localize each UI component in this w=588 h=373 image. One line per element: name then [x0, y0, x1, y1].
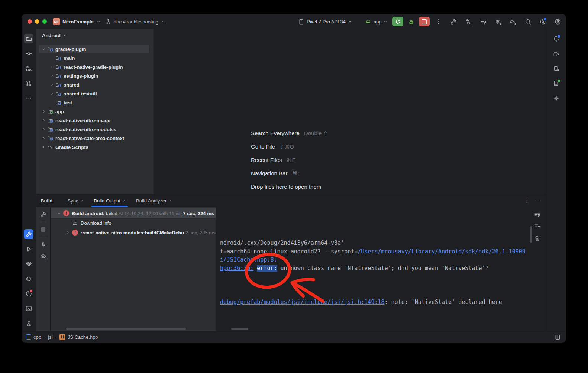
chevron-right-icon[interactable] [41, 109, 47, 114]
options-kebab-icon[interactable]: ⋮ [524, 196, 530, 205]
running-devices-icon[interactable] [552, 78, 561, 88]
stop-button[interactable] [419, 17, 430, 26]
stop-disabled-icon[interactable] [38, 225, 48, 234]
chevron-right-icon[interactable] [65, 230, 72, 235]
rerun-build-hammer-icon[interactable] [38, 210, 48, 219]
tree-item-label: Gradle Scripts [55, 145, 88, 150]
terminal-icon[interactable] [24, 304, 33, 313]
problems-icon[interactable] [24, 289, 33, 298]
console-link[interactable]: debug/prefab/modules/jsi/include/jsi/jsi… [220, 299, 385, 305]
close-tab-icon[interactable]: × [169, 198, 172, 203]
gemini-sparkle-icon[interactable] [552, 93, 561, 103]
profile-icon[interactable] [553, 17, 562, 26]
console-line: ndroid/.cxx/Debug/2nd4i3y6/arm64-v8a' [220, 239, 528, 247]
rerun-button[interactable] [392, 17, 403, 26]
build-hammer-icon[interactable] [449, 17, 458, 26]
soft-wrap-icon[interactable] [532, 210, 542, 219]
search-icon[interactable] [523, 17, 533, 26]
horizontal-scrollbar[interactable] [66, 328, 186, 330]
console-link[interactable]: hpp:36:36: [220, 265, 253, 272]
run-config-selector[interactable]: app [364, 17, 388, 26]
horizontal-scrollbar[interactable] [231, 328, 248, 330]
notifications-bell-icon[interactable] [552, 34, 561, 43]
chevron-right-icon[interactable] [41, 127, 47, 132]
build-tree-row[interactable]: Download info [51, 218, 216, 228]
device-selector[interactable]: Pixel 7 Pro API 34 [297, 17, 353, 26]
run-play-icon[interactable] [24, 244, 33, 254]
console-line: t=aarch64-none-linux-android23 --sysroot… [220, 247, 528, 256]
version-control-icon[interactable] [24, 318, 33, 328]
device-name: Pixel 7 Pro API 34 [307, 19, 346, 25]
project-folder-icon[interactable] [24, 34, 33, 43]
chevron-right-icon[interactable] [41, 145, 47, 150]
pin-tab-icon[interactable] [38, 240, 48, 250]
clear-all-trash-icon[interactable] [532, 233, 542, 243]
gradle-elephant-icon[interactable] [552, 49, 561, 58]
project-name: NitroExample [62, 19, 94, 25]
tree-item-react-native-nitro-image[interactable]: react-native-nitro-image [36, 116, 154, 125]
app-insights-gem-icon[interactable] [24, 259, 33, 269]
debug-button[interactable] [406, 17, 416, 26]
gradle-sync-icon[interactable] [508, 17, 518, 26]
tab-build-analyzer[interactable]: Build Analyzer× [131, 194, 177, 207]
chevron-down-icon[interactable] [41, 46, 47, 52]
breadcrumb-item-jsi[interactable]: jsi [48, 334, 52, 340]
module-folder-icon [55, 91, 61, 97]
attach-debugger-icon[interactable] [493, 17, 503, 26]
structure-icon[interactable] [24, 64, 33, 73]
chevron-right-icon[interactable] [41, 136, 47, 141]
vertical-scrollbar[interactable] [530, 226, 532, 243]
tree-item-gradle-plugin[interactable]: gradle-plugin [39, 45, 149, 53]
tab-sync[interactable]: Sync× [62, 194, 89, 207]
chevron-right-icon[interactable] [49, 91, 55, 96]
breadcrumb-item-cpp[interactable]: cpp [26, 334, 41, 340]
breadcrumb-item-JSICache.hpp[interactable]: HJSICache.hpp [59, 334, 98, 340]
logcat-cat-icon[interactable] [24, 274, 33, 283]
more-actions-kebab-icon[interactable]: ⋮ [435, 17, 442, 26]
tree-item-shared[interactable]: shared [36, 80, 154, 89]
pull-request-icon[interactable] [24, 78, 33, 88]
more-icon[interactable] [24, 93, 33, 103]
chevron-right-icon[interactable] [49, 73, 55, 78]
tree-item-shared-testutil[interactable]: shared-testutil [36, 89, 154, 98]
project-view-selector[interactable]: Android [36, 29, 154, 42]
console-link[interactable]: i/JSICache.hpp:8: [220, 256, 277, 263]
build-tree-row[interactable]: !:react-native-nitro-modules:buildCMakeD… [51, 228, 216, 237]
branch-selector[interactable]: docs/troubleshooting [105, 14, 166, 29]
breadcrumb: cpp›jsi›HJSICache.hpp [26, 334, 98, 340]
tree-item-test[interactable]: test [36, 98, 154, 107]
chevron-right-icon[interactable] [49, 64, 55, 69]
hide-tool-window-icon[interactable]: — [535, 196, 542, 205]
build-tree-row[interactable]: !Build android: failed At 14.10.24, 12:0… [51, 208, 216, 218]
minimize-window-button[interactable] [35, 19, 39, 24]
tab-build-output[interactable]: Build Output× [88, 194, 131, 207]
close-window-button[interactable] [28, 19, 32, 24]
chevron-right-icon[interactable] [41, 118, 47, 123]
close-tab-icon[interactable]: × [123, 198, 126, 203]
chevron-down-icon [161, 19, 166, 24]
project-selector[interactable]: NE NitroExample [53, 14, 101, 29]
build-tool-icon[interactable] [24, 229, 33, 239]
tree-item-react-native-nitro-modules[interactable]: react-native-nitro-modules [36, 125, 154, 134]
tree-item-app[interactable]: app [36, 107, 154, 116]
zoom-window-button[interactable] [42, 19, 47, 24]
tree-item-settings-plugin[interactable]: settings-plugin [36, 71, 154, 80]
chevron-right-icon[interactable] [49, 82, 55, 87]
settings-icon[interactable] [538, 17, 547, 26]
ai-actions-icon[interactable] [463, 17, 473, 26]
history-list-icon[interactable] [478, 17, 488, 26]
chevron-down-icon[interactable] [56, 211, 63, 216]
close-tab-icon[interactable]: × [81, 198, 83, 203]
commit-icon[interactable] [24, 49, 33, 58]
filter-eye-icon[interactable] [38, 252, 48, 261]
scroll-to-end-icon[interactable] [532, 221, 542, 231]
tree-item-react-native-gradle-plugin[interactable]: react-native-gradle-plugin [36, 62, 154, 71]
console-link[interactable]: /Users/mrousavy/Library/Android/sdk/ndk/… [358, 248, 526, 255]
tree-item-main[interactable]: main [36, 53, 154, 62]
device-manager-icon[interactable] [552, 64, 561, 73]
reader-mode-icon[interactable] [553, 333, 562, 341]
tree-item-Gradle Scripts[interactable]: Gradle Scripts [36, 143, 154, 152]
module-folder-icon [55, 64, 61, 70]
tree-item-react-native-safe-area-context[interactable]: react-native-safe-area-context [36, 134, 154, 143]
tree-item-label: react-native-nitro-modules [55, 127, 116, 132]
